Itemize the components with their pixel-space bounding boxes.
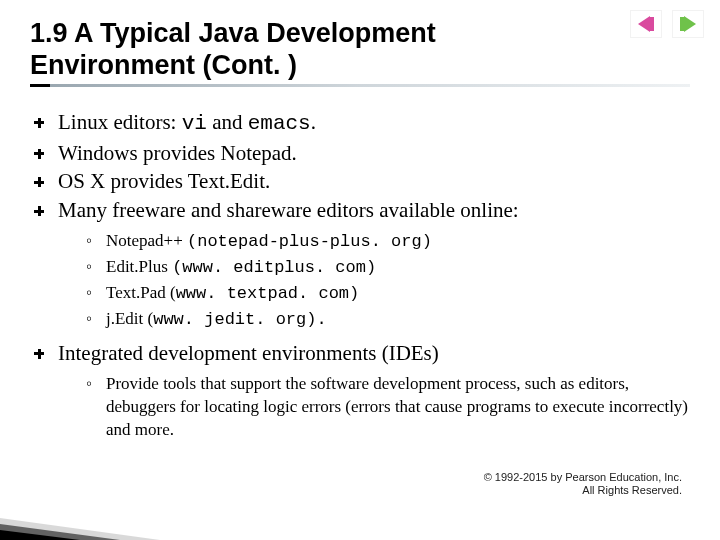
sub-editplus: Edit.Plus (www. editplus. com) [84,256,690,280]
slide-title: 1.9 A Typical Java Development Environme… [30,18,550,82]
text: Integrated development environments (IDE… [58,341,439,365]
url: (www. editplus. com) [172,258,376,277]
text: Edit.Plus [106,257,172,276]
nav-buttons [630,10,704,38]
url: www. textpad. com) [176,284,360,303]
url: (notepad-plus-plus. org) [187,232,432,251]
bullet-ide: Integrated development environments (IDE… [30,340,690,442]
ide-sublist: Provide tools that support the software … [58,373,690,442]
url: www. jedit. org). [153,310,326,329]
sub-textpad: Text.Pad (www. textpad. com) [84,282,690,306]
copyright-line1: © 1992-2015 by Pearson Education, Inc. [484,471,682,485]
svg-rect-2 [680,17,684,31]
text: OS X provides Text.Edit. [58,169,270,193]
next-icon [676,14,700,34]
text: Provide tools that support the software … [106,374,688,439]
sub-jedit: j.Edit (www. jedit. org). [84,308,690,332]
bullet-osx: OS X provides Text.Edit. [30,168,690,195]
text: and [207,110,248,134]
sub-ide-desc: Provide tools that support the software … [84,373,690,442]
editor-sublist: Notepad++ (notepad-plus-plus. org) Edit.… [58,230,690,332]
sub-notepadpp: Notepad++ (notepad-plus-plus. org) [84,230,690,254]
slide: 1.9 A Typical Java Development Environme… [0,0,720,540]
bullet-windows: Windows provides Notepad. [30,140,690,167]
code-vi: vi [182,112,207,135]
svg-marker-0 [638,16,650,32]
svg-rect-1 [650,17,654,31]
svg-marker-3 [684,16,696,32]
text: . [311,110,316,134]
copyright: © 1992-2015 by Pearson Education, Inc. A… [484,471,682,499]
text: Many freeware and shareware editors avai… [58,198,519,222]
next-button[interactable] [672,10,704,38]
text: j.Edit ( [106,309,153,328]
prev-button[interactable] [630,10,662,38]
copyright-line2: All Rights Reserved. [484,484,682,498]
text: Windows provides Notepad. [58,141,297,165]
svg-marker-5 [0,524,120,540]
corner-decoration [0,510,160,540]
text: Notepad++ [106,231,187,250]
prev-icon [634,14,658,34]
text: Linux editors: [58,110,182,134]
svg-marker-6 [0,530,80,540]
bullet-freeware: Many freeware and shareware editors avai… [30,197,690,332]
svg-marker-4 [0,518,160,540]
title-underline [30,84,690,87]
bullet-linux-editors: Linux editors: vi and emacs. [30,109,690,138]
main-bullet-list: Linux editors: vi and emacs. Windows pro… [30,109,690,442]
code-emacs: emacs [248,112,311,135]
text: Text.Pad ( [106,283,176,302]
